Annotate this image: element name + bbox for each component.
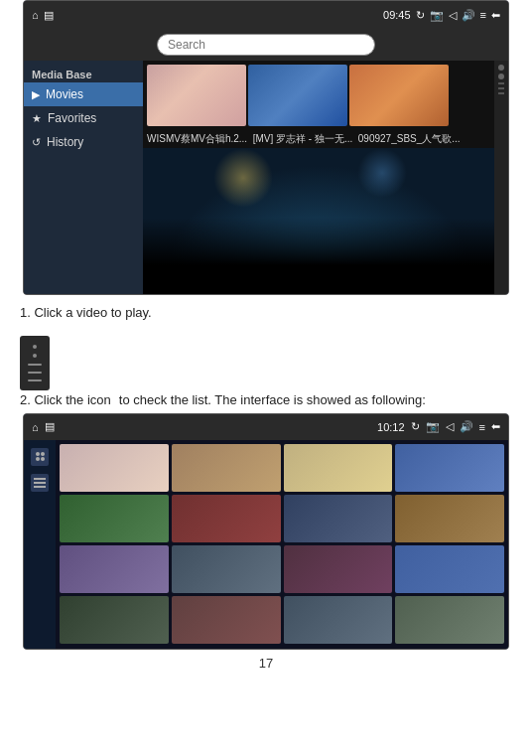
grid-cell-3[interactable] xyxy=(284,444,393,492)
grid-cell-5[interactable] xyxy=(60,495,169,542)
player-main: Media Base ▶ Movies ★ Favorites ↺ Histor… xyxy=(24,61,508,294)
device-bar-left: ⌂ ▤ xyxy=(32,9,54,22)
player2-grid xyxy=(56,440,508,649)
sidebar-label-favorites: Favorites xyxy=(48,111,96,125)
scroll-line-3 xyxy=(498,92,504,94)
grid-view-icon[interactable] xyxy=(31,448,49,466)
step1-instruction: 1. Click a video to play. xyxy=(0,295,532,332)
thumb-title-2: [MV] 罗志祥 - 独一无... xyxy=(253,133,353,144)
time-display-2: 10:12 xyxy=(377,421,405,433)
player2-main xyxy=(24,440,508,649)
icon-line-3 xyxy=(28,379,42,381)
refresh-icon-2[interactable]: ↻ xyxy=(411,420,420,433)
device-bar-1: ⌂ ▤ 09:45 ↻ 📷 ◁ 🔊 ≡ ⬅ xyxy=(24,1,508,29)
history-icon: ↺ xyxy=(32,136,41,149)
step2-row: 2. Click the icon to check the list. The… xyxy=(0,392,532,413)
grid-row-3 xyxy=(60,545,504,593)
sidebar-label-movies: Movies xyxy=(46,87,83,101)
grid-cell-10[interactable] xyxy=(172,545,281,593)
list-view-icon[interactable] xyxy=(31,474,49,492)
grid-cell-12[interactable] xyxy=(60,596,169,644)
player2-sidebar xyxy=(24,440,56,649)
back-icon-2[interactable]: ⬅ xyxy=(491,420,500,433)
screenshot-1: ⌂ ▤ 09:45 ↻ 📷 ◁ 🔊 ≡ ⬅ Media Base ▶ Movie… xyxy=(23,0,509,295)
icon-line-2 xyxy=(28,372,42,374)
sidebar-label-history: History xyxy=(47,135,83,149)
thumbs-row xyxy=(143,61,494,130)
camera-icon-2[interactable]: 📷 xyxy=(426,420,440,433)
grid-cell-9[interactable] xyxy=(60,545,169,593)
home-icon-2[interactable]: ⌂ xyxy=(32,421,39,433)
player2-topbar-left: ⌂ ▤ xyxy=(32,420,55,433)
sidebar-item-history[interactable]: ↺ History xyxy=(24,130,143,154)
grid-cell-6[interactable] xyxy=(172,495,281,542)
volume-icon-2[interactable]: ◁ xyxy=(446,420,454,433)
sidebar-section-title: Media Base xyxy=(24,65,143,82)
grid-cell-8[interactable] xyxy=(395,495,504,542)
back-icon[interactable]: ⬅ xyxy=(491,9,500,22)
speaker-icon[interactable]: 🔊 xyxy=(462,9,475,22)
step2-prefix: 2. Click the icon xyxy=(20,392,111,407)
concert-background xyxy=(143,148,494,294)
thumb-1[interactable] xyxy=(147,65,246,126)
player-scrollbar[interactable] xyxy=(494,61,508,294)
volume-icon[interactable]: ◁ xyxy=(449,9,457,22)
grid-cell-11[interactable] xyxy=(284,545,393,593)
page-number: 17 xyxy=(0,650,532,675)
menu-icon-2[interactable]: ≡ xyxy=(479,421,485,433)
favorites-icon: ★ xyxy=(32,112,42,125)
player2-topbar-right: 10:12 ↻ 📷 ◁ 🔊 ≡ ⬅ xyxy=(377,420,500,433)
concert-light-1 xyxy=(213,148,273,208)
camera-icon[interactable]: 📷 xyxy=(430,9,444,22)
thumb-title-1: WISMV蔡MV合辑h.2... xyxy=(147,133,247,144)
step2-suffix: to check the list. The interface is show… xyxy=(119,392,426,407)
grid-cell-15[interactable] xyxy=(395,596,504,644)
device-bar-right: 09:45 ↻ 📷 ◁ 🔊 ≡ ⬅ xyxy=(383,9,500,22)
step1-text: 1. Click a video to play. xyxy=(20,305,152,320)
grid-cell-2[interactable] xyxy=(172,444,281,492)
grid-row-2 xyxy=(60,495,504,542)
grid-cell-4[interactable] xyxy=(395,444,504,492)
signal-icon: ▤ xyxy=(44,9,54,22)
refresh-icon[interactable]: ↻ xyxy=(416,9,425,22)
home-icon[interactable]: ⌂ xyxy=(32,9,39,21)
thumb-2[interactable] xyxy=(248,65,347,126)
signal-icon-2: ▤ xyxy=(45,420,55,433)
movies-icon: ▶ xyxy=(32,88,40,101)
thumb-title-3: 090927_SBS_人气歌... xyxy=(358,133,461,144)
grid-cell-14[interactable] xyxy=(284,596,393,644)
icon-line-1 xyxy=(28,364,42,366)
title-bar: WISMV蔡MV合辑h.2... [MV] 罗志祥 - 独一无... 09092… xyxy=(143,130,494,148)
player-sidebar: Media Base ▶ Movies ★ Favorites ↺ Histor… xyxy=(24,61,143,294)
screenshot-2: ⌂ ▤ 10:12 ↻ 📷 ◁ 🔊 ≡ ⬅ xyxy=(23,413,509,650)
player2-topbar: ⌂ ▤ 10:12 ↻ 📷 ◁ 🔊 ≡ ⬅ xyxy=(24,414,508,440)
sidebar-item-movies[interactable]: ▶ Movies xyxy=(24,82,143,106)
icon-dot-2 xyxy=(33,354,37,358)
scroll-dot-2 xyxy=(498,74,504,79)
thumb-3[interactable] xyxy=(349,65,449,126)
player-content: WISMV蔡MV合辑h.2... [MV] 罗志祥 - 独一无... 09092… xyxy=(143,61,494,294)
icon-illustration xyxy=(0,332,532,392)
search-row xyxy=(24,29,508,61)
concert-light-2 xyxy=(357,148,407,198)
scroll-line-2 xyxy=(498,87,504,89)
grid-row-4 xyxy=(60,596,504,644)
page-number-text: 17 xyxy=(259,656,273,671)
icon-box xyxy=(20,336,50,390)
scroll-dot-1 xyxy=(498,65,504,71)
menu-icon[interactable]: ≡ xyxy=(480,9,486,21)
search-input[interactable] xyxy=(157,34,375,56)
icon-dot-1 xyxy=(33,345,37,349)
grid-cell-16[interactable] xyxy=(395,545,504,593)
speaker-icon-2[interactable]: 🔊 xyxy=(460,420,473,433)
time-display: 09:45 xyxy=(383,9,411,21)
sidebar-item-favorites[interactable]: ★ Favorites xyxy=(24,106,143,130)
concert-silhouette xyxy=(143,218,494,294)
grid-cell-13[interactable] xyxy=(172,596,281,644)
grid-cell-7[interactable] xyxy=(284,495,393,542)
grid-cell-1[interactable] xyxy=(60,444,169,492)
grid-row-1 xyxy=(60,444,504,492)
scroll-line-1 xyxy=(498,82,504,84)
